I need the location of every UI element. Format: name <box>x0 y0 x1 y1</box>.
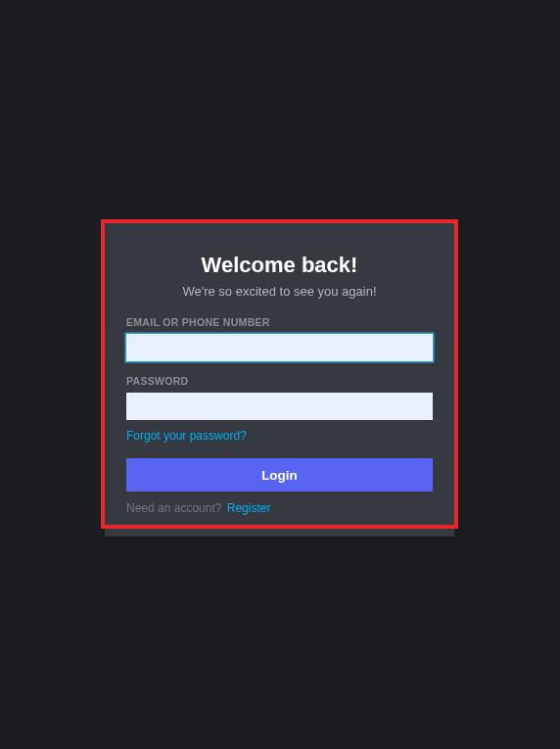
login-panel: Welcome back! We're so excited to see yo… <box>105 223 454 537</box>
password-label: PASSWORD <box>126 375 433 387</box>
forgot-password-link[interactable]: Forgot your password? <box>126 429 247 443</box>
register-row: Need an account? Register <box>126 501 433 515</box>
login-container: Welcome back! We're so excited to see yo… <box>105 223 454 525</box>
email-input[interactable] <box>126 334 433 361</box>
welcome-subtitle: We're so excited to see you again! <box>126 284 433 299</box>
email-label: EMAIL OR PHONE NUMBER <box>126 316 433 328</box>
password-field-group: PASSWORD <box>126 375 433 420</box>
email-field-group: EMAIL OR PHONE NUMBER <box>126 316 433 361</box>
need-account-text: Need an account? <box>126 501 221 515</box>
login-button[interactable]: Login <box>126 458 433 492</box>
welcome-title: Welcome back! <box>126 253 433 278</box>
register-link[interactable]: Register <box>227 501 271 515</box>
password-input[interactable] <box>126 393 433 420</box>
